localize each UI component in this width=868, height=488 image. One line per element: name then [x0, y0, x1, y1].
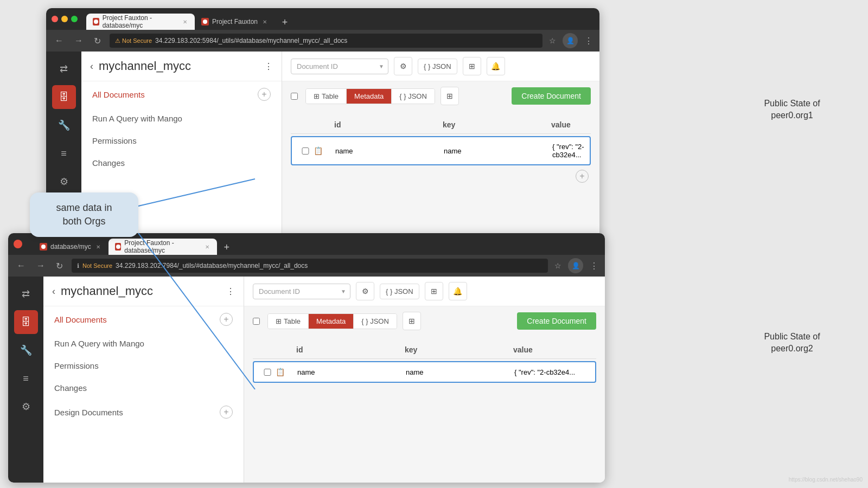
create-document-button[interactable]: Create Document: [512, 87, 591, 105]
grid-button[interactable]: ⊞: [463, 57, 481, 75]
bookmark-icon[interactable]: ☆: [549, 36, 556, 45]
table-icon: ⊞: [314, 92, 320, 100]
bottom-sidebar-gear-icon[interactable]: ⚙: [14, 395, 38, 419]
bottom-expand-btn[interactable]: ⊞: [403, 312, 421, 330]
bottom-json-button[interactable]: { } JSON: [380, 284, 419, 299]
bottom-refresh-button[interactable]: ↻: [54, 260, 65, 272]
forward-button[interactable]: →: [72, 35, 85, 47]
bottom-annotation-label: Public State of peer0.org2: [738, 331, 846, 355]
bottom-nav-all-documents[interactable]: All Documents +: [43, 306, 244, 332]
bottom-select-all-checkbox[interactable]: [253, 318, 260, 325]
bottom-grid-button[interactable]: ⊞: [425, 282, 443, 300]
menu-button[interactable]: ⋮: [584, 36, 593, 46]
tab-1[interactable]: Project Fauxton - database/myc ✕: [86, 14, 195, 30]
json-button[interactable]: { } JSON: [418, 59, 457, 74]
maximize-button[interactable]: [71, 16, 78, 22]
bottom-nav-run-query[interactable]: Run A Query with Mango: [43, 332, 244, 355]
bottom-table-view-btn[interactable]: ⊞ Table: [268, 314, 309, 329]
table-row-top-1[interactable]: 📋 name name { "rev": "2-cb32e4...: [291, 136, 591, 165]
bottom-json-view-btn[interactable]: { } JSON: [354, 314, 397, 329]
bottom-tab-2[interactable]: Project Fauxton - database/myc ✕: [108, 239, 217, 255]
app-layout-bottom: ⇄ 🗄 🔧 ≡ ⚙ ‹ mychannel_mycc ⋮ All Documen…: [8, 277, 605, 483]
db-header-bottom: ‹ mychannel_mycc ⋮: [43, 277, 244, 306]
expand-btn[interactable]: ⊞: [441, 87, 459, 105]
bottom-bell-button[interactable]: 🔔: [449, 282, 467, 300]
doc-id-wrapper: Document ID ▼: [291, 59, 388, 74]
db-more-button[interactable]: ⋮: [264, 61, 273, 72]
bottom-row-id: name: [297, 368, 406, 376]
incognito-button[interactable]: 👤: [563, 33, 578, 48]
bottom-tab-1[interactable]: database/myc ✕: [33, 239, 108, 255]
bottom-address-input[interactable]: ℹ Not Secure 34.229.183.202:7984/_utils/…: [72, 259, 548, 273]
back-button[interactable]: ←: [53, 35, 66, 47]
row-checkbox[interactable]: [297, 147, 314, 155]
bottom-add-design-doc-icon[interactable]: +: [220, 406, 233, 419]
tab-1-close[interactable]: ✕: [182, 18, 188, 25]
minimize-button[interactable]: [61, 16, 68, 22]
json-view-btn[interactable]: { } JSON: [392, 89, 435, 104]
traffic-lights: [52, 16, 78, 22]
bottom-nav-changes[interactable]: Changes: [43, 377, 244, 399]
copy-icon[interactable]: 📋: [314, 146, 335, 155]
db-back-button[interactable]: ‹: [90, 61, 93, 72]
add-row-button[interactable]: +: [576, 170, 589, 183]
bottom-back-button[interactable]: ←: [15, 260, 28, 272]
bottom-sidebar-database-icon[interactable]: 🗄: [14, 310, 38, 334]
bottom-create-document-button[interactable]: Create Document: [517, 312, 596, 330]
bottom-nav-design-docs[interactable]: Design Documents +: [43, 399, 244, 425]
refresh-button[interactable]: ↻: [92, 35, 103, 47]
bottom-view-toggle-bar: ⊞ Table Metadata { } JSON ⊞ Create Docum…: [244, 306, 605, 336]
db-sidebar-bottom: ‹ mychannel_mycc ⋮ All Documents + Run A…: [43, 277, 244, 483]
sidebar-wrench-icon[interactable]: 🔧: [52, 113, 76, 137]
table-row-bottom-1[interactable]: 📋 name name { "rev": "2-cb32e4...: [253, 361, 596, 383]
bottom-copy-icon[interactable]: 📋: [276, 368, 297, 376]
bottom-sidebar-list-icon[interactable]: ≡: [14, 367, 38, 390]
bottom-nav-permissions[interactable]: Permissions: [43, 355, 244, 377]
tab-2[interactable]: Project Fauxton ✕: [195, 14, 275, 30]
sidebar-database-icon[interactable]: 🗄: [52, 85, 76, 109]
bottom-doc-id-select[interactable]: Document ID: [253, 284, 350, 299]
nav-run-query-top[interactable]: Run A Query with Mango: [81, 107, 282, 130]
metadata-view-btn[interactable]: Metadata: [347, 89, 392, 104]
table-view-btn[interactable]: ⊞ Table: [306, 89, 347, 104]
bottom-row-checkbox[interactable]: [259, 369, 276, 376]
row-id: name: [335, 147, 444, 155]
bottom-incognito-button[interactable]: 👤: [568, 258, 583, 273]
bottom-tab-1-close[interactable]: ✕: [94, 243, 102, 251]
select-all-checkbox[interactable]: [291, 93, 298, 100]
bottom-menu-button[interactable]: ⋮: [590, 261, 598, 271]
settings-button[interactable]: ⚙: [394, 57, 412, 75]
annotation-bottom-line2: peer0.org2: [738, 343, 846, 355]
sidebar-gear-icon[interactable]: ⚙: [52, 170, 76, 194]
bottom-sidebar-arrow-icon[interactable]: ⇄: [14, 282, 38, 306]
address-input[interactable]: ⚠ Not Secure 34.229.183.202:5984/_utils/…: [110, 34, 542, 48]
add-row-area: +: [291, 170, 591, 183]
nav-permissions-top[interactable]: Permissions: [81, 130, 282, 152]
bottom-new-tab-button[interactable]: +: [219, 240, 234, 255]
content-toolbar-top: Document ID ▼ ⚙ { } JSON ⊞ 🔔: [282, 52, 599, 81]
bottom-db-back-button[interactable]: ‹: [52, 286, 55, 297]
bottom-bookmark-icon[interactable]: ☆: [554, 261, 561, 270]
bottom-db-more-button[interactable]: ⋮: [226, 286, 235, 297]
close-button[interactable]: [52, 16, 58, 22]
tab-2-close[interactable]: ✕: [261, 18, 269, 25]
sidebar-arrow-icon[interactable]: ⇄: [52, 57, 76, 81]
security-indicator: ⚠ Not Secure: [115, 37, 152, 44]
bottom-tab-favicon-1: [40, 243, 47, 251]
nav-all-documents-top[interactable]: All Documents +: [81, 81, 282, 107]
add-document-icon[interactable]: +: [258, 88, 271, 101]
bottom-add-document-icon[interactable]: +: [220, 313, 233, 326]
bottom-forward-button[interactable]: →: [34, 260, 47, 272]
new-tab-button[interactable]: +: [277, 15, 292, 30]
bottom-tab-2-close[interactable]: ✕: [204, 243, 210, 251]
bottom-sidebar-wrench-icon[interactable]: 🔧: [14, 338, 38, 362]
bottom-url-display: 34.229.183.202:7984/_utils/#database/myc…: [116, 262, 308, 269]
nav-changes-top[interactable]: Changes: [81, 152, 282, 174]
sidebar-list-icon[interactable]: ≡: [52, 142, 76, 165]
db-title-bottom: mychannel_mycc: [61, 284, 221, 298]
bell-button[interactable]: 🔔: [487, 57, 505, 75]
bottom-metadata-view-btn[interactable]: Metadata: [309, 314, 354, 329]
tooltip-line2: both Orgs: [43, 215, 125, 228]
bottom-settings-button[interactable]: ⚙: [356, 282, 374, 300]
doc-id-select[interactable]: Document ID: [291, 59, 388, 74]
